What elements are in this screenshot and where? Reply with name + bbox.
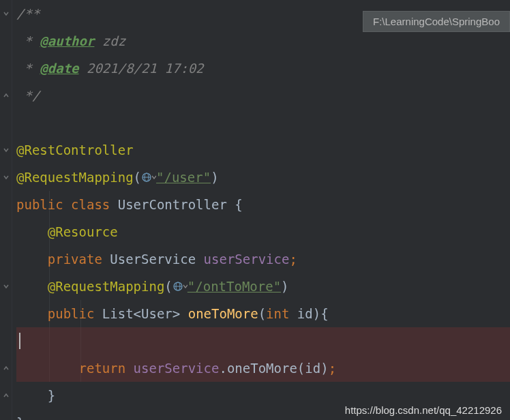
paren: ( [258, 306, 266, 321]
gutter [0, 0, 12, 420]
semicolon: ; [289, 252, 297, 267]
brace: { [320, 306, 328, 321]
text-caret [19, 333, 20, 349]
indent [16, 224, 48, 239]
paren: ) [211, 170, 218, 185]
code-line: * @date 2021/8/21 17:02 [16, 55, 510, 82]
indent [16, 388, 48, 403]
fold-marker-icon[interactable] [2, 391, 10, 400]
fold-marker-icon[interactable] [2, 173, 10, 181]
code-line: @Resource [16, 218, 510, 245]
paren: ( [297, 361, 305, 376]
indent [16, 279, 48, 294]
watermark-text: https://blog.csdn.net/qq_42212926 [345, 404, 502, 416]
comment-text: * [16, 33, 40, 48]
keyword: class [71, 197, 118, 212]
code-line: @RequestMapping("/user") [16, 164, 510, 191]
code-line-highlighted: return userService.oneToMore(id); [16, 355, 510, 382]
param-name: id [297, 306, 313, 321]
code-editor[interactable]: /** * @author zdz * @date 2021/8/21 17:0… [0, 0, 510, 420]
semicolon: ; [329, 361, 336, 376]
brace: { [235, 197, 242, 212]
dot: . [219, 361, 226, 376]
fold-marker-icon[interactable] [2, 91, 10, 100]
comment-text: 2021/8/21 17:02 [79, 61, 204, 76]
field-name: userService [134, 361, 220, 376]
type-name: UserService [110, 252, 203, 267]
annotation: @Resource [48, 224, 118, 239]
paren: ) [320, 361, 328, 376]
method-name: oneToMore [188, 306, 258, 321]
annotation: @RestController [16, 142, 134, 158]
fold-marker-icon[interactable] [2, 146, 10, 154]
code-line: private UserService userService; [16, 245, 510, 273]
code-line: @RequestMapping("/ontToMore") [16, 273, 510, 300]
code-line: */ [16, 82, 510, 109]
indent [16, 252, 48, 267]
keyword: private [48, 252, 110, 267]
brace: } [48, 388, 55, 403]
paren: ) [313, 306, 320, 321]
fold-marker-icon[interactable] [2, 364, 10, 372]
comment-text: * [16, 61, 40, 76]
keyword: public [48, 306, 102, 321]
paren: ( [134, 170, 141, 185]
keyword: int [266, 306, 297, 321]
class-name: UserController [118, 197, 235, 212]
annotation: @RequestMapping [48, 279, 165, 294]
code-line-highlighted [16, 327, 510, 355]
comment-text: */ [16, 88, 40, 103]
globe-icon[interactable] [172, 281, 188, 292]
fold-marker-icon[interactable] [2, 282, 10, 290]
indent [16, 361, 79, 376]
code-line: public class UserController { [16, 191, 510, 218]
string-literal: "/user" [156, 170, 211, 185]
method-call: oneToMore [227, 361, 297, 376]
comment-text: /** [16, 6, 40, 21]
indent [16, 306, 48, 321]
paren: ( [164, 279, 172, 294]
comment-text: zdz [94, 33, 125, 48]
keyword: public [16, 197, 71, 212]
javadoc-tag: @author [40, 33, 94, 48]
keyword: return [79, 361, 134, 376]
type-name: List<User> [102, 306, 188, 321]
code-line: @RestController [16, 136, 510, 164]
string-literal: "/ontToMore" [188, 279, 281, 294]
annotation: @RequestMapping [16, 170, 134, 185]
path-tooltip: F:\LearningCode\SpringBoo [363, 11, 510, 32]
code-content[interactable]: /** * @author zdz * @date 2021/8/21 17:0… [12, 0, 510, 420]
field-name: userService [204, 252, 290, 267]
fold-marker-icon[interactable] [2, 10, 10, 18]
globe-icon[interactable] [141, 172, 156, 183]
code-line [16, 109, 510, 136]
paren: ) [281, 279, 288, 294]
code-line: public List<User> oneToMore(int id){ [16, 300, 510, 327]
javadoc-tag: @date [40, 61, 78, 76]
brace: } [16, 415, 24, 420]
argument: id [305, 361, 320, 376]
